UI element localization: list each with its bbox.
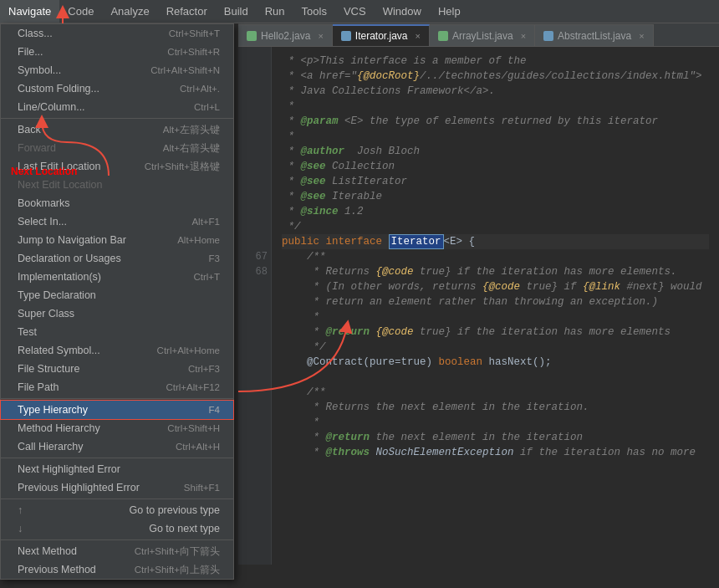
menu-navigate[interactable]: Navigate [0, 0, 59, 23]
code-line: * <p>This interface is a member of the [282, 54, 709, 69]
interface-icon [341, 31, 351, 41]
menu-analyze[interactable]: Analyze [102, 0, 157, 23]
menu-item-prev-type[interactable]: ↑ Go to previous type [1, 501, 233, 519]
tab-hello2[interactable]: Hello2.java × [238, 24, 333, 46]
separator-4 [1, 499, 233, 499]
code-line: * @see ListIterator [282, 174, 709, 189]
menu-item-prev-method[interactable]: Previous Method Ctrl+Shift+向上箭头 [1, 560, 233, 579]
code-line: * [282, 99, 709, 114]
code-line: * Returns the next element in the iterat… [282, 400, 709, 415]
tabs-bar: Hello2.java × Iterator.java × ArrayList.… [238, 23, 719, 47]
menu-item-next-edit[interactable]: Next Edit Location [1, 176, 233, 194]
code-line: * @param <E> the type of elements return… [282, 114, 709, 129]
menu-item-custom-folding[interactable]: Custom Folding... Ctrl+Alt+. [1, 79, 233, 98]
code-line: * @throws NoSuchElementException if the … [282, 445, 709, 460]
tab-arraylist[interactable]: ArrayList.java × [430, 24, 535, 46]
menu-build[interactable]: Build [216, 0, 257, 23]
code-line: * Returns {@code true} if the iteration … [282, 264, 709, 279]
menu-item-bookmarks[interactable]: Bookmarks [1, 194, 233, 212]
menu-help[interactable]: Help [430, 0, 469, 23]
menu-item-related-symbol[interactable]: Related Symbol... Ctrl+Alt+Home [1, 341, 233, 360]
code-line: @Contract(pure=true) boolean hasNext(); [282, 355, 709, 370]
code-line: * (In other words, returns {@code true} … [282, 279, 709, 294]
code-line: * [282, 129, 709, 144]
menu-item-back[interactable]: Back Alt+左箭头键 [1, 120, 233, 139]
menu-item-last-edit[interactable]: Last Edit Location Ctrl+Shift+退格键 [1, 157, 233, 176]
code-line [282, 370, 709, 385]
tab-close-iterator[interactable]: × [416, 31, 421, 41]
code-line: */ [282, 340, 709, 355]
separator-1 [1, 118, 233, 119]
menu-window[interactable]: Window [375, 0, 430, 23]
menu-refactor[interactable]: Refactor [158, 0, 216, 23]
menu-run[interactable]: Run [257, 0, 293, 23]
menu-item-type-declaration[interactable]: Type Declaration [1, 286, 233, 304]
menu-item-jump-nav[interactable]: Jump to Navigation Bar Alt+Home [1, 231, 233, 249]
tab-abstractlist[interactable]: AbstractList.java × [535, 24, 653, 46]
code-line: */ [282, 219, 709, 234]
menu-item-class[interactable]: Class... Ctrl+Shift+T [1, 24, 233, 43]
separator-5 [1, 539, 233, 540]
separator-3 [1, 458, 233, 458]
menu-item-implementations[interactable]: Implementation(s) Ctrl+T [1, 268, 233, 286]
code-area: 67 68 * <p>This interface is a member of… [238, 47, 719, 565]
menu-item-file-path[interactable]: File Path Ctrl+Alt+F12 [1, 378, 233, 396]
code-content[interactable]: * <p>This interface is a member of the *… [272, 47, 719, 565]
menu-item-method-hierarchy[interactable]: Method Hierarchy Ctrl+Shift+H [1, 419, 233, 437]
menu-tools[interactable]: Tools [293, 0, 335, 23]
menu-item-declaration[interactable]: Declaration or Usages F3 [1, 249, 233, 268]
code-line: * Java Collections Framework</a>. [282, 84, 709, 99]
code-line: /** [282, 249, 709, 264]
java-icon-2 [438, 31, 448, 41]
tab-close-hello2[interactable]: × [318, 31, 323, 41]
code-line: * @author Josh Bloch [282, 144, 709, 159]
code-line: * return an element rather than throwing… [282, 294, 709, 309]
menu-item-next-error[interactable]: Next Highlighted Error [1, 460, 233, 478]
code-line: * @return {@code true} if the iteration … [282, 325, 709, 340]
menu-item-select-in[interactable]: Select In... Alt+F1 [1, 212, 233, 231]
menu-item-forward[interactable]: Forward Alt+右箭头键 [1, 139, 233, 157]
menu-item-line-column[interactable]: Line/Column... Ctrl+L [1, 98, 233, 116]
menu-item-file[interactable]: File... Ctrl+Shift+R [1, 43, 233, 61]
java-icon [247, 31, 257, 41]
code-line: * @since 1.2 [282, 204, 709, 219]
line-numbers: 67 68 [238, 47, 272, 565]
code-line-highlighted: public interface Iterator<E> { [282, 234, 709, 249]
code-line: * <a href="{@docRoot}/../technotes/guide… [282, 69, 709, 84]
code-line: * @return the next element in the iterat… [282, 430, 709, 445]
tab-iterator[interactable]: Iterator.java × [333, 24, 430, 46]
code-line: * @see Iterable [282, 189, 709, 204]
menu-item-call-hierarchy[interactable]: Call Hierarchy Ctrl+Alt+H [1, 437, 233, 456]
tab-close-arraylist[interactable]: × [521, 31, 526, 41]
navigate-menu: Class... Ctrl+Shift+T File... Ctrl+Shift… [0, 23, 234, 580]
menu-item-symbol[interactable]: Symbol... Ctrl+Alt+Shift+N [1, 61, 233, 79]
menu-code[interactable]: Code [59, 0, 102, 23]
menu-item-test[interactable]: Test [1, 323, 233, 341]
menu-item-next-type[interactable]: ↓ Go to next type [1, 519, 233, 538]
menubar: Navigate Code Analyze Refactor Build Run… [0, 0, 719, 23]
code-line: * @see Collection [282, 159, 709, 174]
menu-item-super-class[interactable]: Super Class [1, 304, 233, 323]
tab-close-abstractlist[interactable]: × [639, 31, 644, 41]
code-line: /** [282, 385, 709, 400]
menu-item-file-structure[interactable]: File Structure Ctrl+F3 [1, 360, 233, 378]
code-line: * [282, 415, 709, 430]
menu-item-prev-error[interactable]: Previous Highlighted Error Shift+F1 [1, 478, 233, 497]
navigate-dropdown: Class... Ctrl+Shift+T File... Ctrl+Shift… [0, 23, 234, 580]
menu-item-next-method[interactable]: Next Method Ctrl+Shift+向下箭头 [1, 542, 233, 560]
code-line: * [282, 309, 709, 325]
separator-2 [1, 398, 233, 399]
menu-item-type-hierarchy[interactable]: Type Hierarchy F4 [1, 401, 233, 419]
menu-vcs[interactable]: VCS [335, 0, 375, 23]
interface-icon-2 [543, 31, 553, 41]
